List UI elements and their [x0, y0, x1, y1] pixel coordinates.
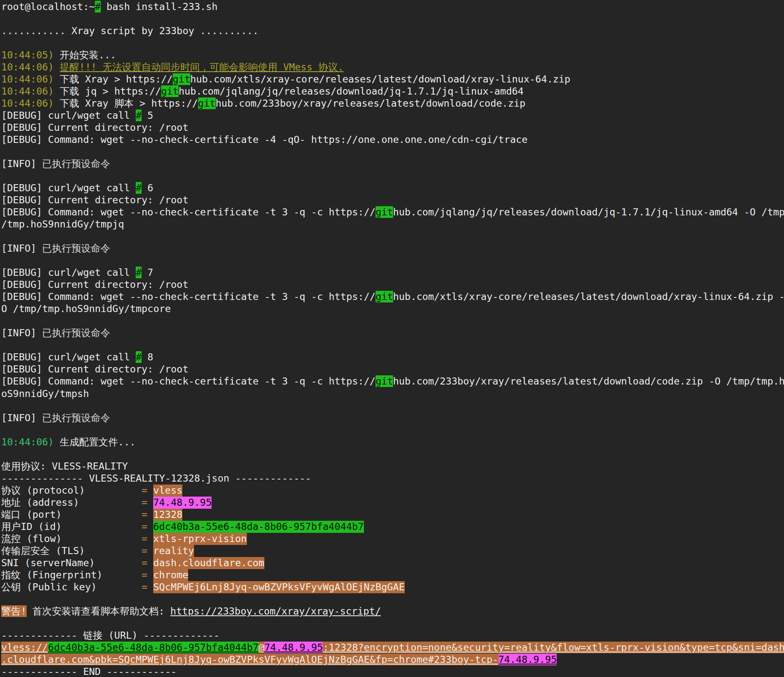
hash-highlight: # — [136, 110, 142, 121]
blank-line — [1, 255, 784, 267]
call-number: 5 — [142, 110, 153, 121]
json-separator: -------------- VLESS-REALITY-12328.json … — [1, 472, 311, 484]
blank-line — [1, 37, 784, 49]
debug-text: O /tmp/tmp.hoS9nnidGy/tmpcore — [1, 303, 171, 315]
debug-line-call: [DEBUG] curl/wget call # 5 — [1, 110, 784, 122]
config-row-sni: SNI (serverName)=dash.cloudflare.com — [1, 557, 784, 569]
config-row-port: 端口 (port)=12328 — [1, 509, 784, 521]
call-number: 8 — [142, 351, 153, 363]
config-label: 用户ID (id) — [1, 521, 62, 532]
log-line-genconfig: 10:44:06) 生成配置文件... — [1, 436, 784, 448]
config-row-protocol: 协议 (protocol)=vless — [1, 485, 784, 497]
url-separator-line: ------------- 链接 (URL) ------------- — [1, 630, 784, 642]
url-address-tag: 74.48.9.95 — [498, 654, 557, 665]
debug-line-cwd: [DEBUG] Current directory: /root — [1, 194, 784, 206]
blank-line — [1, 617, 784, 630]
log-line-download-xray: 10:44:06) 下载 Xray > https://github.com/x… — [1, 73, 784, 85]
url-address: 74.48.9.95 — [264, 642, 323, 653]
hash-highlight: # — [136, 267, 142, 278]
blank-line — [1, 400, 784, 412]
debug-text: [DEBUG] curl/wget call — [1, 267, 136, 278]
info-text: 已执行预设命令 — [42, 412, 110, 424]
log-line-start: 10:44:05) 开始安装... — [1, 49, 784, 61]
config-value: 74.48.9.95 — [153, 497, 212, 509]
log-url: hub.com/xtls/xray-core/releases/latest/d… — [190, 73, 570, 85]
end-separator: ------------- END ------------ — [1, 666, 177, 677]
debug-text: [DEBUG] curl/wget call — [1, 351, 136, 363]
debug-text: /tmp.hoS9nnidGy/tmpjq — [1, 218, 124, 230]
url-params: :12328?encryption=none&security=reality&… — [323, 642, 784, 653]
info-label: [INFO] — [1, 412, 42, 424]
json-separator-line: -------------- VLESS-REALITY-12328.json … — [1, 472, 784, 485]
url-uuid: 6dc40b3a-55e6-48da-8b06-957bfa4044b7 — [48, 642, 259, 653]
github-git-highlight: git — [376, 206, 393, 218]
github-git-highlight: git — [376, 291, 393, 302]
debug-text: [DEBUG] Current directory: /root — [1, 122, 188, 133]
config-value: 12328 — [153, 509, 182, 521]
notice-underlined-text: 提醒!!! 无法设置自动同步时间，可能会影响使用 VMess 协议. — [60, 61, 343, 73]
warning-line: 警告! 首次安装请查看脚本帮助文档: https://233boy.com/xr… — [1, 605, 784, 617]
config-equals: = — [142, 521, 147, 533]
config-label: 流控 (flow) — [1, 533, 62, 545]
config-equals: = — [142, 581, 147, 593]
debug-text: hub.com/xtls/xray-core/releases/latest/d… — [393, 291, 784, 302]
github-git-highlight: git — [173, 73, 190, 85]
timestamp: 10:44:06) — [1, 73, 60, 85]
info-line: [INFO] 已执行预设命令 — [1, 327, 784, 339]
info-text: 已执行预设命令 — [42, 158, 110, 170]
blank-line — [1, 230, 784, 242]
docs-link[interactable]: https://233boy.com/xray/xray-script/ — [170, 605, 381, 617]
debug-text: [DEBUG] Command: wget --no-check-certifi… — [1, 134, 528, 145]
config-row-address: 地址 (address)=74.48.9.95 — [1, 497, 784, 509]
timestamp: 10:44:06) — [1, 61, 60, 73]
debug-line-command: [DEBUG] Command: wget --no-check-certifi… — [1, 291, 784, 303]
config-label: 端口 (port) — [1, 509, 62, 520]
debug-text: oS9nnidGy/tmpsh — [1, 388, 89, 400]
log-text: 下载 jq > https:// — [60, 85, 161, 97]
hash-highlight: # — [136, 182, 142, 194]
debug-text: [DEBUG] Command: wget --no-check-certifi… — [1, 206, 376, 218]
prompt-user-host: root@localhost:~ — [1, 1, 95, 12]
debug-text: [DEBUG] Command: wget --no-check-certifi… — [1, 291, 376, 302]
info-label: [INFO] — [1, 242, 42, 254]
timestamp: 10:44:05) — [1, 49, 60, 61]
url-params: .cloudflare.com&pbk=SQcMPWEj6Lnj8Jyq-owB… — [1, 654, 498, 665]
config-label: SNI (serverName) — [1, 557, 95, 569]
protocol-title-line: 使用协议: VLESS-REALITY — [1, 460, 784, 472]
log-url: hub.com/233boy/xray/releases/latest/down… — [216, 97, 525, 109]
config-equals: = — [142, 485, 147, 497]
github-git-highlight: git — [161, 85, 179, 97]
hash-highlight: # — [136, 351, 142, 363]
config-equals: = — [142, 557, 147, 569]
blank-line — [1, 146, 784, 158]
config-row-flow: 流控 (flow)=xtls-rprx-vision — [1, 533, 784, 545]
config-row-tls: 传输层安全 (TLS)=reality — [1, 545, 784, 557]
debug-line-command: [DEBUG] Command: wget --no-check-certifi… — [1, 134, 784, 146]
call-number: 7 — [142, 267, 153, 278]
url-scheme: vless:// — [1, 642, 48, 653]
debug-line-cwd: [DEBUG] Current directory: /root — [1, 122, 784, 134]
config-label: 公钥 (Public key) — [1, 581, 97, 593]
github-git-highlight: git — [198, 97, 216, 109]
debug-line-command-wrap: /tmp.hoS9nnidGy/tmpjq — [1, 218, 784, 230]
debug-line-command: [DEBUG] Command: wget --no-check-certifi… — [1, 375, 784, 387]
config-value: dash.cloudflare.com — [153, 557, 264, 569]
debug-line-call: [DEBUG] curl/wget call # 7 — [1, 267, 784, 279]
blank-line — [1, 339, 784, 351]
shell-prompt-line: root@localhost:~# bash install-233.sh — [1, 1, 784, 13]
config-equals: = — [142, 545, 147, 557]
debug-text: [DEBUG] curl/wget call — [1, 182, 136, 194]
terminal-screen[interactable]: root@localhost:~# bash install-233.sh...… — [0, 0, 784, 677]
warning-text: 首次安装请查看脚本帮助文档: — [27, 605, 170, 617]
info-line: [INFO] 已执行预设命令 — [1, 158, 784, 170]
debug-line-command-wrap: oS9nnidGy/tmpsh — [1, 388, 784, 400]
banner-text: ........... Xray script by 233boy ......… — [1, 25, 259, 37]
config-value: SQcMPWEj6Lnj8Jyq-owBZVPksVFyvWgAlOEjNzBg… — [153, 581, 405, 593]
log-text: 下载 Xray > https:// — [60, 73, 172, 85]
info-label: [INFO] — [1, 158, 42, 170]
banner-line: ........... Xray script by 233boy ......… — [1, 25, 784, 37]
prompt-hash-highlight: # — [95, 1, 101, 12]
config-row-id: 用户ID (id)=6dc40b3a-55e6-48da-8b06-957bfa… — [1, 521, 784, 533]
config-value: chrome — [153, 569, 188, 581]
end-separator-line: ------------- END ------------ — [1, 666, 784, 677]
